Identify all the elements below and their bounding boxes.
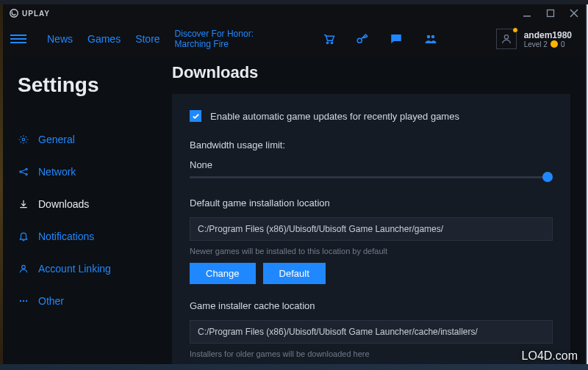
close-button[interactable] (569, 8, 579, 18)
taskbar-hint (0, 364, 588, 370)
user-level: Level 2 0 (524, 40, 572, 48)
svg-point-0 (10, 10, 18, 18)
auto-update-label: Enable automatic game updates for recent… (210, 111, 459, 122)
watermark: LO4D.com (522, 349, 578, 363)
settings-panel: Enable automatic game updates for recent… (172, 94, 570, 364)
nav-store[interactable]: Store (135, 33, 159, 45)
cache-location-input[interactable] (190, 320, 553, 344)
person-icon (18, 263, 29, 275)
sidebar-title: Settings (18, 73, 157, 97)
uplay-window: UPLAY News Games Store Discover For Hono… (3, 4, 585, 364)
username: andem1980 (524, 30, 572, 40)
svg-point-11 (22, 138, 25, 141)
svg-point-16 (20, 300, 21, 302)
svg-point-9 (431, 35, 434, 39)
window-controls (522, 8, 579, 18)
svg-point-15 (22, 265, 26, 269)
content: Downloads Enable automatic game updates … (172, 56, 585, 364)
svg-rect-2 (548, 10, 554, 17)
cart-icon[interactable] (322, 32, 335, 46)
nav-promo[interactable]: Discover For Honor: Marching Fire (175, 29, 285, 50)
sidebar-item-label: Notifications (38, 231, 94, 242)
sidebar-item-account-linking[interactable]: Account Linking (18, 253, 157, 285)
sidebar-item-other[interactable]: Other (18, 285, 157, 317)
coin-icon (551, 40, 558, 48)
auto-update-row: Enable automatic game updates for recent… (190, 110, 553, 122)
auto-update-checkbox[interactable] (190, 110, 201, 122)
user-text: andem1980 Level 2 0 (524, 30, 572, 48)
chat-icon[interactable] (390, 32, 403, 46)
ellipsis-icon (18, 295, 29, 307)
nav-news[interactable]: News (47, 33, 73, 45)
bandwidth-label: Bandwidth usage limit: (190, 139, 553, 150)
notification-dot-icon (512, 27, 518, 33)
titlebar: UPLAY (3, 4, 585, 22)
bandwidth-value: None (190, 159, 553, 170)
install-location-label: Default game installation location (190, 197, 553, 208)
sidebar-item-notifications[interactable]: Notifications (18, 220, 157, 253)
svg-point-14 (26, 173, 27, 175)
cache-location-helper: Installers for older games will be downl… (190, 349, 553, 358)
sidebar-item-label: Other (38, 295, 64, 307)
check-icon (192, 112, 200, 120)
slider-thumb[interactable] (542, 172, 553, 182)
sidebar-item-label: Downloads (38, 198, 89, 210)
svg-point-18 (26, 300, 27, 302)
titlebar-title: UPLAY (22, 10, 50, 18)
svg-point-17 (23, 300, 24, 302)
sidebar-item-label: General (38, 134, 75, 145)
titlebar-brand: UPLAY (9, 8, 50, 18)
nav-games[interactable]: Games (87, 33, 121, 45)
user-area[interactable]: andem1980 Level 2 0 (496, 29, 578, 49)
svg-point-10 (504, 35, 508, 39)
bandwidth-slider[interactable] (190, 176, 553, 178)
svg-point-7 (357, 38, 362, 43)
page-heading: Downloads (172, 63, 570, 82)
svg-point-5 (326, 42, 328, 43)
svg-point-12 (20, 171, 21, 173)
friends-icon[interactable] (423, 32, 438, 46)
sidebar-item-general[interactable]: General (18, 123, 157, 156)
download-icon (18, 198, 29, 210)
key-icon[interactable] (356, 32, 369, 46)
sidebar-item-network[interactable]: Network (18, 156, 157, 188)
sidebar-item-label: Account Linking (38, 263, 111, 275)
sidebar-item-downloads[interactable]: Downloads (18, 188, 157, 220)
top-nav: News Games Store Discover For Honor: Mar… (3, 22, 585, 56)
install-location-input[interactable] (190, 217, 553, 241)
minimize-button[interactable] (522, 8, 532, 18)
install-default-button[interactable]: Default (263, 263, 326, 284)
gear-icon (18, 134, 29, 145)
uplay-logo-icon (9, 8, 19, 18)
svg-point-8 (426, 35, 430, 39)
avatar (496, 29, 517, 49)
menu-icon[interactable] (10, 31, 26, 47)
svg-point-6 (331, 42, 332, 43)
sidebar: Settings General Network Downloads Notif… (3, 56, 172, 364)
install-location-helper: Newer games will be installed to this lo… (190, 247, 553, 255)
sidebar-item-label: Network (38, 166, 76, 178)
nav-icon-group (322, 32, 438, 46)
cache-location-label: Game installer cache location (190, 300, 553, 311)
svg-point-13 (26, 168, 27, 170)
network-icon (18, 166, 29, 178)
bell-icon (18, 231, 29, 242)
body-area: Settings General Network Downloads Notif… (3, 56, 585, 364)
install-change-button[interactable]: Change (190, 263, 256, 284)
maximize-button[interactable] (545, 8, 556, 18)
